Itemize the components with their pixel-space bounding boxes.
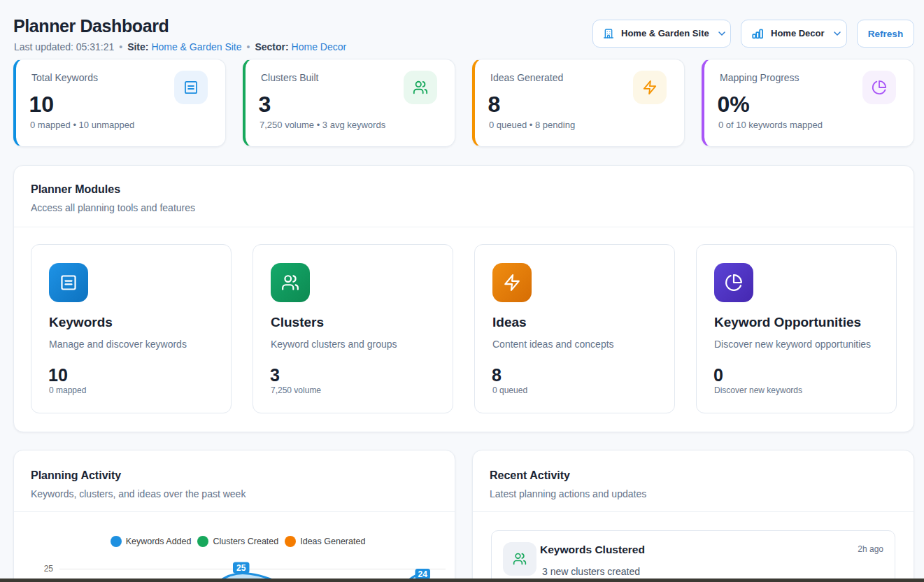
svg-text:25: 25 xyxy=(44,564,54,574)
svg-text:25: 25 xyxy=(236,563,246,573)
svg-text:24: 24 xyxy=(418,569,428,579)
